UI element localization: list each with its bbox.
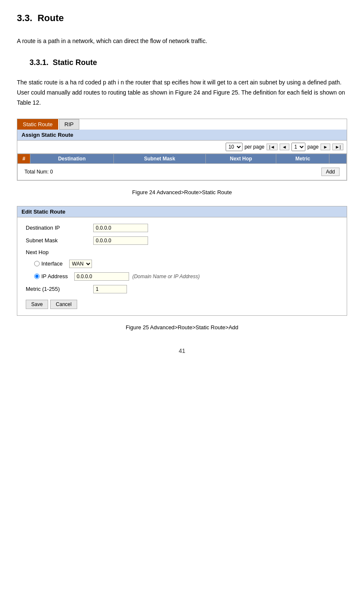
static-route-panel: Static Route RIP Assign Static Route 10 … (17, 119, 347, 181)
empty-row: Total Num: 0 Add (18, 163, 347, 180)
next-page-btn[interactable]: ► (321, 144, 330, 150)
tab-static-route[interactable]: Static Route (17, 119, 58, 130)
save-button[interactable]: Save (26, 300, 48, 309)
col-subnet-mask: Subnet Mask (113, 154, 206, 163)
metric-input[interactable] (93, 285, 127, 293)
route-table: # Destination Subnet Mask Next Hop Metri… (17, 154, 347, 180)
col-hash: # (18, 154, 30, 163)
first-page-btn[interactable]: |◄ (267, 144, 278, 150)
destination-ip-row: Destination IP (26, 224, 338, 232)
edit-header: Edit Static Route (17, 206, 347, 217)
subnet-mask-row: Subnet Mask (26, 236, 338, 245)
tab-rip[interactable]: RIP (59, 119, 79, 130)
col-metric: Metric (276, 154, 329, 163)
prev-page-btn[interactable]: ◄ (280, 144, 289, 150)
figure24-caption: Figure 24 Advanced>Route>Static Route (17, 189, 347, 195)
col-action (329, 154, 347, 163)
figure25-caption: Figure 25 Advanced>Route>Static Route>Ad… (17, 324, 347, 331)
next-hop-label-row: Next Hop (26, 249, 338, 255)
interface-radio[interactable] (34, 261, 40, 266)
interface-select[interactable]: WAN (69, 260, 92, 268)
section-heading: 3.3. Route (17, 13, 347, 24)
intro-text: A route is a path in a network, which ca… (17, 36, 347, 46)
col-destination: Destination (30, 154, 114, 163)
subnet-mask-label: Subnet Mask (26, 237, 93, 244)
interface-row: Interface WAN (26, 260, 338, 268)
add-button[interactable]: Add (321, 168, 340, 176)
domain-hint: (Domain Name or IP Address) (132, 274, 200, 279)
cancel-button[interactable]: Cancel (50, 300, 77, 309)
per-page-select[interactable]: 10 20 50 (226, 143, 243, 151)
metric-label: Metric (1-255) (26, 286, 93, 292)
edit-body: Destination IP Subnet Mask Next Hop Inte… (17, 217, 347, 315)
subsection-heading: 3.3.1. Static Route (30, 58, 347, 67)
last-page-btn[interactable]: ►| (332, 144, 343, 150)
pagination-bar: 10 20 50 per page |◄ ◄ 1 page ► ►| (17, 141, 347, 154)
page-label: page (307, 144, 319, 150)
ip-address-label-text: IP Address (41, 273, 68, 279)
ip-address-radio[interactable] (34, 274, 40, 279)
subnet-mask-input[interactable] (93, 236, 148, 245)
ip-address-radio-label[interactable]: IP Address (34, 273, 68, 279)
edit-static-route-panel: Edit Static Route Destination IP Subnet … (17, 206, 347, 316)
page-select[interactable]: 1 (291, 143, 305, 151)
ip-address-input[interactable] (74, 272, 129, 281)
form-actions: Save Cancel (26, 300, 338, 309)
destination-ip-input[interactable] (93, 224, 148, 232)
col-next-hop: Next Hop (206, 154, 276, 163)
per-page-label: per page (245, 144, 264, 150)
total-num-label: Total Num: 0 (24, 169, 53, 175)
assign-header: Assign Static Route (17, 130, 347, 141)
page-number: 41 (17, 347, 347, 354)
interface-radio-label[interactable]: Interface (34, 260, 63, 267)
next-hop-label: Next Hop (26, 249, 93, 255)
metric-row: Metric (1-255) (26, 285, 338, 293)
ip-address-row: IP Address (Domain Name or IP Address) (26, 272, 338, 281)
destination-ip-label: Destination IP (26, 225, 93, 231)
tab-bar: Static Route RIP (17, 119, 347, 130)
interface-label-text: Interface (41, 260, 63, 267)
body-text: The static route is a ha rd coded p ath … (17, 78, 347, 108)
